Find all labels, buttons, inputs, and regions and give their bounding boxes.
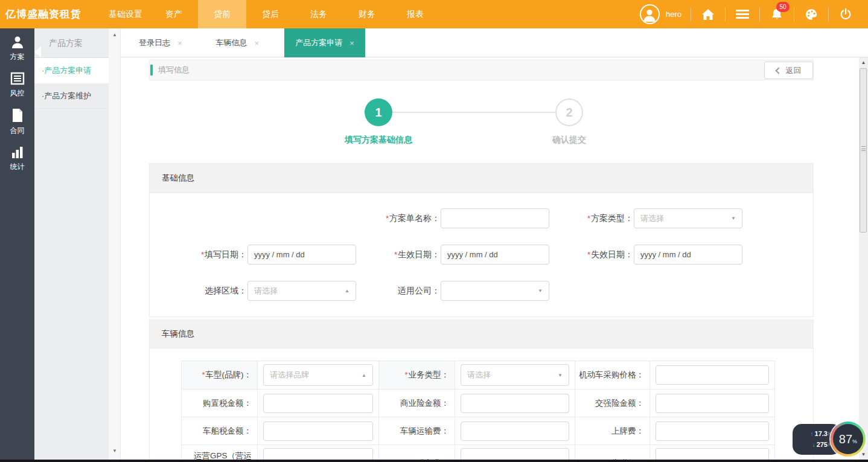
tab-login-log[interactable]: 登录日志 × <box>130 28 191 57</box>
step-2-circle: 2 <box>555 98 583 126</box>
topbar: 亿博盛融资租赁 基础设置 资产 贷前 贷后 法务 财务 报表 hero <box>0 0 868 28</box>
menu-icon[interactable] <box>735 7 750 22</box>
nav-item-reports[interactable]: 报表 <box>391 0 439 28</box>
scheme-name-input[interactable] <box>441 208 549 228</box>
nav-item-finance[interactable]: 财务 <box>343 0 391 28</box>
region-select[interactable]: 请选择 ▲ <box>247 281 356 301</box>
field-label: 商业险金额： <box>379 390 455 417</box>
expiry-date-input[interactable] <box>634 245 742 265</box>
tab-close-icon[interactable]: × <box>177 39 182 48</box>
main-content: 填写信息 返回 1 2 填写方案基础信息 确认提交 基础信息 *方案单名称： *… <box>121 57 859 460</box>
tab-close-icon[interactable]: × <box>255 39 260 48</box>
caret-icon: ▼ <box>558 373 563 378</box>
empty-cell <box>163 208 356 228</box>
percentage-gauge-widget[interactable]: 87 % <box>831 422 866 457</box>
download-arrow-icon: ↓ <box>812 441 815 448</box>
fill-date-input[interactable] <box>247 245 356 265</box>
step-1-label: 填写方案基础信息 <box>312 135 445 146</box>
field-label: *车型(品牌)： <box>182 361 258 390</box>
home-icon[interactable] <box>700 7 716 22</box>
empty-cell <box>549 281 742 301</box>
download-speed: 275 <box>817 441 828 448</box>
chevron-left-icon <box>775 67 782 74</box>
rail-item-risk[interactable]: 风控 <box>0 65 34 102</box>
divider <box>794 8 794 21</box>
basic-info-body: *方案单名称： *方案类型： 请选择 ▼ *填写日期： *生效日期： <box>149 193 814 317</box>
submenu-title: 产品方案 <box>34 28 109 58</box>
loss-contact-insurance-input[interactable] <box>656 448 769 460</box>
submenu-item-scheme-maintain[interactable]: ·产品方案维护 <box>34 83 109 109</box>
vehicle-brand-select[interactable]: 请选择品牌 ▲ <box>263 364 373 386</box>
back-button[interactable]: 返回 <box>764 62 813 79</box>
business-type-select[interactable]: 请选择 ▼ <box>461 364 569 386</box>
bell-icon[interactable]: 50 <box>769 7 785 22</box>
scrollbar-grip <box>861 146 866 151</box>
field-label: 运营GPS（营运 <box>182 445 258 460</box>
submenu-scrollbar[interactable]: ▲ ▼ <box>109 28 121 460</box>
caret-icon: ▼ <box>731 216 736 221</box>
palette-icon[interactable] <box>803 7 819 22</box>
accent-bar <box>150 65 153 75</box>
service-fee-input[interactable] <box>461 448 569 460</box>
top-navigation: 基础设置 资产 贷前 贷后 法务 财务 报表 <box>101 0 439 28</box>
list-icon <box>10 72 25 85</box>
scrollbar-thumb[interactable] <box>860 68 867 233</box>
nav-item-post-loan[interactable]: 贷后 <box>246 0 295 28</box>
plate-fee-input[interactable] <box>656 422 769 441</box>
caret-icon: ▼ <box>538 288 543 294</box>
bottom-window-edge <box>0 460 868 462</box>
scroll-up-icon[interactable]: ▲ <box>109 32 121 37</box>
vertical-scrollbar[interactable]: ▲ ▼ <box>859 57 868 460</box>
field-label: 失联保： <box>575 445 650 460</box>
transport-fee-input[interactable] <box>461 422 569 441</box>
divider <box>691 8 691 21</box>
tab-bar: 登录日志 × 车辆信息 × 产品方案申请 × <box>121 28 868 57</box>
rail-item-contract[interactable]: 合同 <box>0 102 34 139</box>
field-label: *填写日期： <box>201 249 247 260</box>
power-icon[interactable] <box>838 7 854 22</box>
company-select[interactable]: ▼ <box>441 281 549 301</box>
scroll-down-icon[interactable]: ▼ <box>109 448 121 454</box>
step-2-label: 确认提交 <box>503 135 636 146</box>
topbar-right-cluster: hero 50 <box>640 4 868 24</box>
user-icon <box>10 34 25 49</box>
rail-item-statistics[interactable]: 统计 <box>0 139 34 176</box>
caret-icon: ▲ <box>345 288 349 294</box>
username-label: hero <box>666 10 681 19</box>
submenu-item-scheme-apply[interactable]: ·产品方案申请 <box>34 58 109 83</box>
nav-item-legal[interactable]: 法务 <box>295 0 343 28</box>
vehicle-info-panel: 车辆信息 *车型(品牌)： 请选择品牌 ▲ *业务类型： <box>149 319 814 460</box>
basic-info-panel: 基础信息 *方案单名称： *方案类型： 请选择 ▼ *填写日期： <box>149 163 814 317</box>
rail-item-scheme[interactable]: 方案 <box>0 28 34 65</box>
field-label: 车船税金额： <box>182 417 258 445</box>
scheme-type-select[interactable]: 请选择 ▼ <box>634 208 742 228</box>
notification-badge: 50 <box>776 2 790 12</box>
step-indicator: 1 2 填写方案基础信息 确认提交 <box>149 89 814 161</box>
nav-item-assets[interactable]: 资产 <box>150 0 198 28</box>
vehicle-fee-table: *车型(品牌)： 请选择品牌 ▲ *业务类型： 请选择 ▼ <box>181 361 775 460</box>
effective-date-input[interactable] <box>441 245 549 265</box>
purchase-price-input[interactable] <box>656 365 769 385</box>
field-label: 交强险金额： <box>575 390 650 417</box>
field-label: 服务费： <box>379 445 455 460</box>
nav-item-pre-loan[interactable]: 贷前 <box>198 0 246 28</box>
compulsory-insurance-input[interactable] <box>656 394 769 413</box>
purchase-tax-input[interactable] <box>263 394 373 413</box>
divider <box>759 8 760 21</box>
field-label: *方案类型： <box>587 213 633 224</box>
tab-product-scheme-apply[interactable]: 产品方案申请 × <box>284 28 365 57</box>
field-label: 车辆运输费： <box>379 417 455 445</box>
vehicle-vessel-tax-input[interactable] <box>263 422 373 441</box>
field-label: *方案单名称： <box>386 213 440 224</box>
upload-arrow-icon: ↑ <box>811 431 814 437</box>
field-label: 上牌费： <box>575 417 650 445</box>
tab-close-icon[interactable]: × <box>349 39 354 48</box>
tab-vehicle-info[interactable]: 车辆信息 × <box>208 28 268 57</box>
nav-item-basic-settings[interactable]: 基础设置 <box>101 0 150 28</box>
scrollbar-up-icon[interactable]: ▲ <box>859 58 868 67</box>
avatar[interactable] <box>640 4 660 24</box>
commercial-insurance-input[interactable] <box>461 394 569 413</box>
divider <box>725 8 726 21</box>
field-label: 适用公司： <box>398 286 440 297</box>
gps-fee-input[interactable] <box>263 448 373 460</box>
